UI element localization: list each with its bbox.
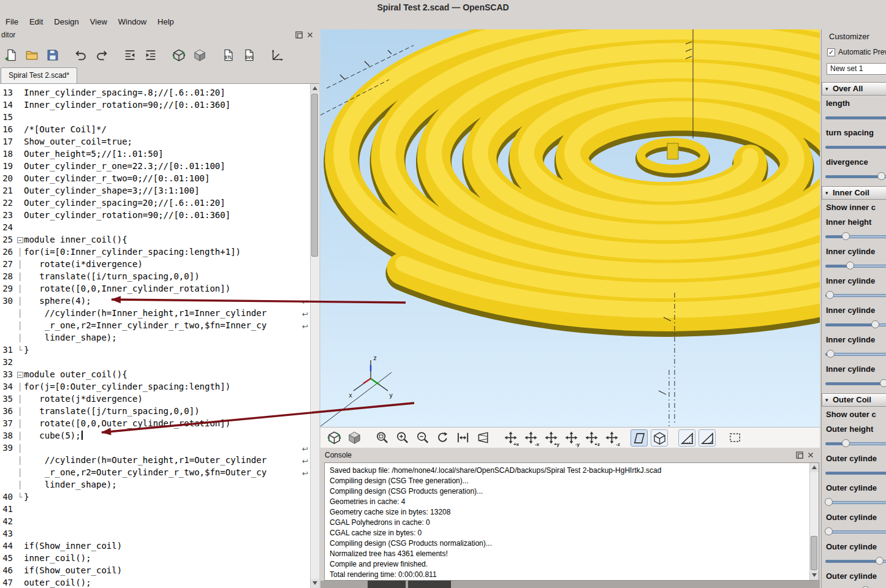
measure-distance-button[interactable]: [678, 429, 695, 447]
customizer-section-header[interactable]: ▾Outer Coil: [822, 393, 886, 407]
scrollbar-thumb[interactable]: [311, 94, 318, 257]
slider-track[interactable]: [825, 530, 886, 533]
slider-track[interactable]: [825, 265, 886, 268]
3d-viewport[interactable]: z x y: [320, 29, 820, 427]
view-minus-y-button[interactable]: -y: [562, 429, 580, 447]
save-button[interactable]: [44, 47, 61, 64]
slider-handle[interactable]: [826, 291, 834, 299]
code-row[interactable]: 40└}: [0, 491, 310, 503]
zoom-in-button[interactable]: [393, 429, 411, 447]
parameter-slider[interactable]: [822, 466, 886, 480]
tab-spiral-test[interactable]: Spiral Test 2.scad*: [1, 67, 77, 83]
view-minus-x-button[interactable]: -x: [522, 429, 539, 447]
slider-handle[interactable]: [876, 557, 884, 565]
code-row[interactable]: │ linder_shape);: [0, 331, 310, 344]
spiral-model[interactable]: [341, 29, 820, 319]
code-row[interactable]: 15: [0, 111, 310, 123]
unindent-button[interactable]: [121, 47, 138, 64]
zoom-all-button[interactable]: [373, 429, 390, 447]
parameter-slider[interactable]: [822, 347, 886, 361]
scroll-up-button[interactable]: [810, 463, 819, 472]
code-row[interactable]: 39│↩: [0, 442, 310, 454]
menu-edit[interactable]: Edit: [24, 15, 48, 29]
render-button[interactable]: [191, 47, 208, 64]
scroll-down-button[interactable]: [311, 579, 319, 588]
view-plus-x-button[interactable]: +x: [502, 429, 519, 447]
slider-handle[interactable]: [825, 498, 833, 506]
center-view-button[interactable]: [651, 429, 668, 447]
slider-track[interactable]: [825, 501, 886, 504]
scroll-down-button[interactable]: [810, 571, 819, 580]
bottom-tab[interactable]: [408, 581, 451, 588]
menu-view[interactable]: View: [85, 15, 113, 29]
parameter-slider[interactable]: [822, 258, 886, 273]
titlebar[interactable]: Spiral Test 2.scad — OpenSCAD: [0, 0, 886, 15]
redo-button[interactable]: [93, 47, 110, 64]
menu-window[interactable]: Window: [113, 15, 152, 29]
parameter-slider[interactable]: [822, 110, 886, 125]
projection-button[interactable]: [474, 429, 491, 447]
slider-track[interactable]: [825, 235, 886, 238]
slider-track[interactable]: [825, 146, 886, 149]
slider-handle[interactable]: [880, 379, 886, 387]
slider-track[interactable]: [825, 472, 886, 475]
export-svg-button[interactable]: SVG: [240, 47, 257, 64]
parameter-slider[interactable]: [822, 524, 886, 539]
slider-handle[interactable]: [877, 172, 885, 180]
show-axes-button[interactable]: [268, 47, 285, 64]
code-row[interactable]: 29│ rotate([0,0,Inner_cylinder_rotation]…: [0, 282, 310, 295]
code-row[interactable]: 19Outer_cylinder_r_one=22.3;//[0:.01:100…: [0, 160, 310, 172]
parameter-slider[interactable]: [822, 436, 886, 451]
diagonal-view-button[interactable]: [630, 429, 648, 447]
code-row[interactable]: 23Outer_cylinder_rotation=90;//[0:.01:36…: [0, 209, 310, 221]
code-row[interactable]: 25−module inner_coil(){: [0, 233, 310, 246]
menu-help[interactable]: Help: [152, 15, 180, 29]
render-button[interactable]: [346, 429, 363, 447]
preset-select[interactable]: New set 1: [827, 63, 886, 75]
code-row[interactable]: 43: [0, 527, 310, 540]
code-row[interactable]: 18Outer_height=5;//[1:.01:50]: [0, 148, 310, 160]
bottom-tab[interactable]: [368, 581, 406, 588]
open-file-button[interactable]: [23, 47, 40, 64]
code-row[interactable]: │ //cylinder(h=Inner_height,r1=Inner_cyl…: [0, 307, 310, 319]
view-plus-z-button[interactable]: +z: [583, 429, 600, 447]
code-row[interactable]: 42: [0, 515, 310, 527]
indent-button[interactable]: [142, 47, 159, 64]
code-row[interactable]: │ //cylinder(h=Outer_height,r1=Outer_cyl…: [0, 454, 310, 466]
parameter-slider[interactable]: [822, 554, 886, 568]
code-row[interactable]: 28│ translate([i/turn_spacing,0,0]): [0, 270, 310, 282]
fold-box-icon[interactable]: −: [17, 372, 23, 378]
editor-panel-header[interactable]: ditor: [1, 31, 318, 41]
code-row[interactable]: 30│ sphere(4);↩: [0, 295, 310, 307]
code-row[interactable]: 31└}: [0, 344, 310, 356]
code-row[interactable]: 26│for(i=[0:Inner_cylinder_spacing:lengt…: [0, 246, 310, 258]
parameter-slider[interactable]: [822, 229, 886, 244]
slider-handle[interactable]: [825, 527, 833, 535]
menu-design[interactable]: Design: [48, 15, 84, 29]
parameter-slider[interactable]: [822, 317, 886, 332]
code-row[interactable]: │ linder_shape);: [0, 478, 310, 491]
editor-scrollbar[interactable]: [310, 84, 319, 588]
undo-button[interactable]: [72, 47, 89, 64]
code-row[interactable]: 45inner_coil();: [0, 552, 310, 564]
preview-button[interactable]: [325, 429, 343, 447]
close-panel-icon[interactable]: [806, 451, 815, 459]
view-minus-z-button[interactable]: -z: [603, 429, 620, 447]
code-row[interactable]: 37│ rotate([0,0,Outer_cylinder_rotation]…: [0, 417, 310, 429]
automatic-preview-checkbox[interactable]: ✓: [827, 48, 835, 56]
zoom-to-fit-button[interactable]: [454, 429, 471, 447]
close-panel-icon[interactable]: [306, 31, 314, 39]
code-row[interactable]: 27│ rotate(i*divergence): [0, 258, 310, 270]
parameter-slider[interactable]: [822, 140, 886, 154]
code-row[interactable]: 41: [0, 503, 310, 515]
parameter-slider[interactable]: [822, 376, 886, 391]
code-row[interactable]: 44if(Show_inner_coil): [0, 540, 310, 552]
scrollbar-thumb[interactable]: [811, 536, 817, 570]
float-panel-icon[interactable]: [295, 31, 303, 39]
scroll-up-button[interactable]: [311, 84, 319, 93]
code-row[interactable]: 36│ translate([j/turn_spacing,0,0]): [0, 405, 310, 417]
code-row[interactable]: 20Outer_cylinder_r_two=0;//[0:.01:100]: [0, 172, 310, 184]
menu-file[interactable]: File: [0, 15, 24, 29]
code-row[interactable]: 22Outer_cylinder_spacing=20;//[.6:.01:20…: [0, 197, 310, 209]
reset-view-button[interactable]: [434, 429, 451, 447]
